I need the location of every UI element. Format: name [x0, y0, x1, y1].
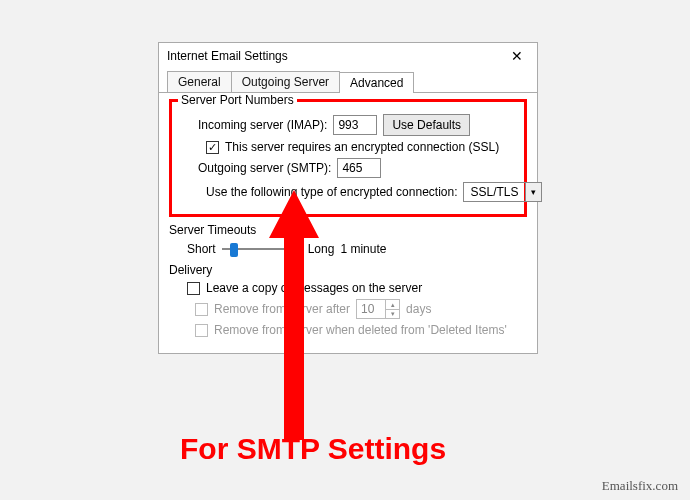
server-port-numbers-group: Server Port Numbers Incoming server (IMA… — [169, 99, 527, 217]
outgoing-row: Outgoing server (SMTP): — [180, 158, 516, 178]
days-value: 10 — [357, 300, 385, 318]
outgoing-port-input[interactable] — [337, 158, 381, 178]
remove-deleted-row: Remove from server when deleted from 'De… — [169, 323, 527, 337]
use-defaults-button[interactable]: Use Defaults — [383, 114, 470, 136]
advanced-panel: Server Port Numbers Incoming server (IMA… — [159, 93, 537, 353]
tab-advanced[interactable]: Advanced — [339, 72, 414, 93]
window-title: Internet Email Settings — [167, 49, 288, 63]
server-timeouts-legend: Server Timeouts — [169, 223, 527, 237]
slider-thumb[interactable] — [230, 243, 238, 257]
incoming-label: Incoming server (IMAP): — [198, 118, 327, 132]
close-icon[interactable]: ✕ — [505, 49, 529, 63]
tab-outgoing-server[interactable]: Outgoing Server — [231, 71, 340, 92]
leave-copy-checkbox[interactable] — [187, 282, 200, 295]
encryption-value: SSL/TLS — [464, 185, 524, 199]
remove-after-checkbox[interactable] — [195, 303, 208, 316]
incoming-port-input[interactable] — [333, 115, 377, 135]
incoming-row: Incoming server (IMAP): Use Defaults — [180, 114, 516, 136]
encryption-label: Use the following type of encrypted conn… — [206, 185, 457, 199]
encryption-select[interactable]: SSL/TLS ▾ — [463, 182, 541, 202]
remove-deleted-label: Remove from server when deleted from 'De… — [214, 323, 507, 337]
ssl-checkbox[interactable]: ✓ — [206, 141, 219, 154]
chevron-down-icon: ▾ — [525, 183, 541, 201]
remove-after-label: Remove from server after — [214, 302, 350, 316]
timeout-value: 1 minute — [340, 242, 386, 256]
titlebar: Internet Email Settings ✕ — [159, 43, 537, 69]
encryption-row: Use the following type of encrypted conn… — [180, 182, 516, 202]
tab-general[interactable]: General — [167, 71, 232, 92]
remove-after-row: Remove from server after 10 ▴ ▾ days — [169, 299, 527, 319]
spinner-arrows: ▴ ▾ — [385, 300, 399, 318]
outgoing-label: Outgoing server (SMTP): — [198, 161, 331, 175]
server-port-legend: Server Port Numbers — [178, 93, 297, 107]
watermark: Emailsfix.com — [602, 478, 678, 494]
ssl-label: This server requires an encrypted connec… — [225, 140, 499, 154]
tab-strip: General Outgoing Server Advanced — [159, 71, 537, 93]
timeout-slider[interactable] — [222, 241, 302, 257]
remove-deleted-checkbox[interactable] — [195, 324, 208, 337]
days-spinner[interactable]: 10 ▴ ▾ — [356, 299, 400, 319]
timeout-short-label: Short — [187, 242, 216, 256]
delivery-legend: Delivery — [169, 263, 527, 277]
timeouts-row: Short Long 1 minute — [169, 241, 527, 257]
spinner-up-icon[interactable]: ▴ — [386, 300, 399, 310]
days-unit: days — [406, 302, 431, 316]
leave-copy-label: Leave a copy of messages on the server — [206, 281, 422, 295]
timeout-long-label: Long — [308, 242, 335, 256]
settings-dialog: Internet Email Settings ✕ General Outgoi… — [158, 42, 538, 354]
spinner-down-icon[interactable]: ▾ — [386, 310, 399, 319]
annotation-caption: For SMTP Settings — [180, 432, 446, 466]
leave-copy-row: Leave a copy of messages on the server — [169, 281, 527, 295]
ssl-row: ✓ This server requires an encrypted conn… — [180, 140, 516, 154]
